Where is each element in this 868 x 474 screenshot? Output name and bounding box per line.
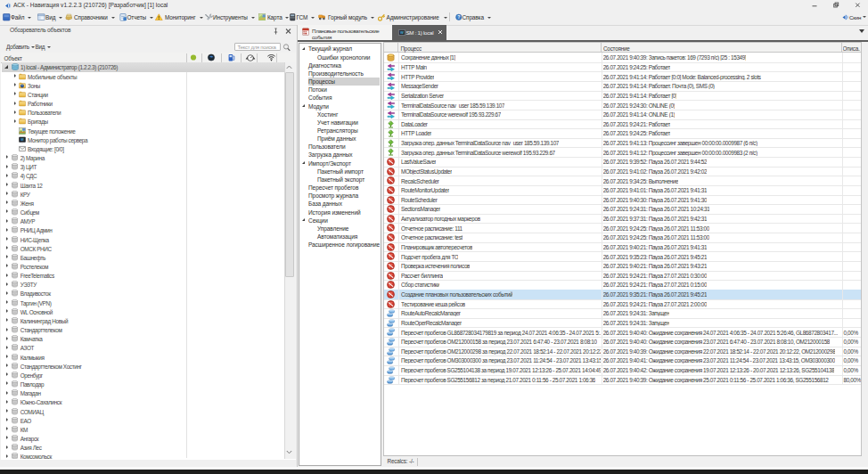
svg-text:W: W bbox=[400, 30, 404, 35]
svg-text:?: ? bbox=[457, 14, 460, 20]
svg-text:M: M bbox=[20, 137, 24, 142]
